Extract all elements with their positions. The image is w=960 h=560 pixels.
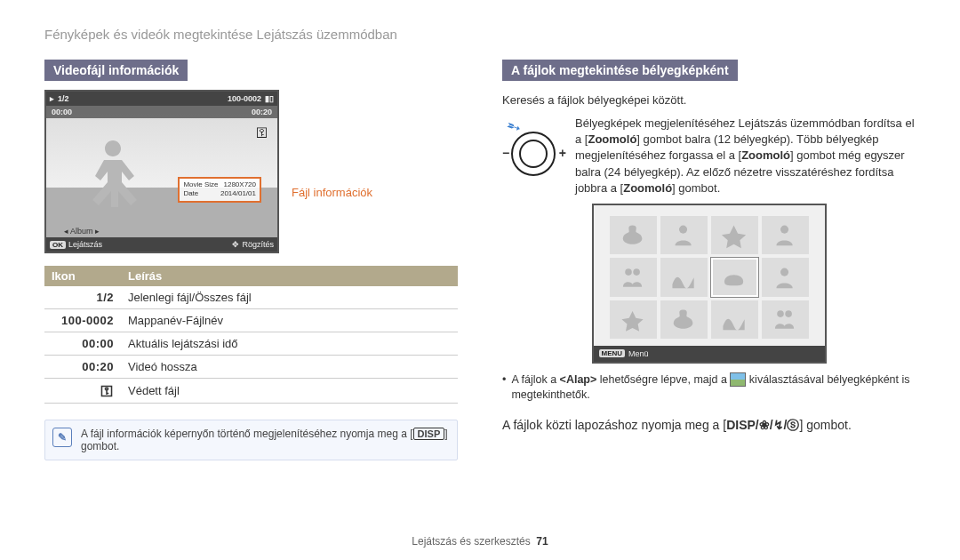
thumbnail-item-selected [711, 258, 758, 296]
zoom-instructions: Bélyegképek megjelenítéséhez Lejátszás ü… [575, 116, 916, 196]
svg-point-4 [780, 268, 788, 276]
playback-label: Lejátszás [68, 240, 102, 249]
picture-icon [730, 372, 746, 387]
folder-filename: 100-0002 [228, 94, 261, 103]
video-thumbnail-silhouette [68, 132, 157, 220]
thumbnail-item [660, 216, 708, 254]
thumbnail-grid-screenshot: MENU Menü [592, 204, 827, 364]
col-icon: Ikon [44, 266, 121, 286]
thumbnail-desc: Keresés a fájlok bélyegképei között. [502, 93, 916, 107]
play-icon: ▸ [50, 94, 54, 103]
thumbnail-item [762, 300, 809, 339]
bullet-note: • A fájlok a <Alap> lehetőségre lépve, m… [502, 372, 916, 404]
file-info-overlay: Movie Size 1280X720 Date 2014/01/01 [178, 177, 261, 203]
table-row: 00:00Aktuális lejátszási idő [44, 332, 458, 356]
nav-icon: ✥ [232, 240, 239, 249]
capture-label: Rögzítés [242, 240, 274, 249]
svg-point-5 [778, 310, 785, 317]
page-footer: Lejátszás és szerkesztés 71 [0, 535, 960, 548]
table-row: 100-0002Mappanév-Fájlnév [44, 309, 458, 332]
menu-button-label: MENU [599, 349, 626, 357]
table-row: ⚿Védett fájl [44, 379, 458, 404]
album-label: ◂ Album ▸ [64, 227, 100, 236]
thumbnail-view-header: A fájlok megtekintése bélyegképként [502, 60, 738, 81]
col-desc: Leírás [121, 266, 458, 286]
svg-point-0 [679, 226, 687, 234]
battery-icon: ▮▯ [265, 94, 274, 103]
thumbnail-item [610, 300, 657, 339]
video-info-header: Videofájl információk [44, 60, 188, 81]
file-info-callout: Fájl információk [292, 186, 372, 199]
thumbnail-item [610, 216, 657, 254]
svg-point-6 [786, 310, 793, 317]
svg-point-3 [634, 268, 641, 276]
thumbnail-item [711, 300, 758, 339]
svg-point-2 [626, 268, 633, 276]
thumbnail-item [610, 258, 657, 296]
menu-text: Menü [628, 349, 649, 358]
icon-description-table: Ikon Leírás 1/2Jelenlegi fájl/Összes fáj… [44, 266, 458, 404]
video-screenshot: ▸ 1/2 100-0002 ▮▯ 00:00 00:20 ⚿ [44, 90, 279, 253]
zoom-dial-illustration: ➴ − + [502, 116, 564, 176]
disp-button-badge: DISP [413, 428, 445, 440]
current-time: 00:00 [52, 108, 72, 116]
file-counter: 1/2 [58, 94, 69, 103]
svg-point-1 [780, 226, 788, 234]
thumbnail-item [762, 216, 809, 254]
lock-icon: ⚿ [256, 125, 268, 140]
note-icon: ✎ [52, 428, 72, 447]
note-box: ✎ A fájl információk képernyőn történő m… [44, 420, 458, 460]
table-row: 1/2Jelenlegi fájl/Összes fájl [44, 286, 458, 309]
table-row: 00:20Videó hossza [44, 356, 458, 379]
thumbnail-item [660, 258, 708, 296]
thumbnail-item [762, 258, 809, 296]
thumbnail-item [660, 300, 708, 339]
page-title: Fényképek és videók megtekintése Lejátsz… [44, 27, 916, 42]
total-time: 00:20 [252, 108, 272, 116]
thumbnail-item [711, 216, 758, 254]
ok-button-label: OK [50, 241, 66, 249]
pagination-instruction: A fájlok közti lapozáshoz nyomja meg a [… [502, 418, 916, 434]
